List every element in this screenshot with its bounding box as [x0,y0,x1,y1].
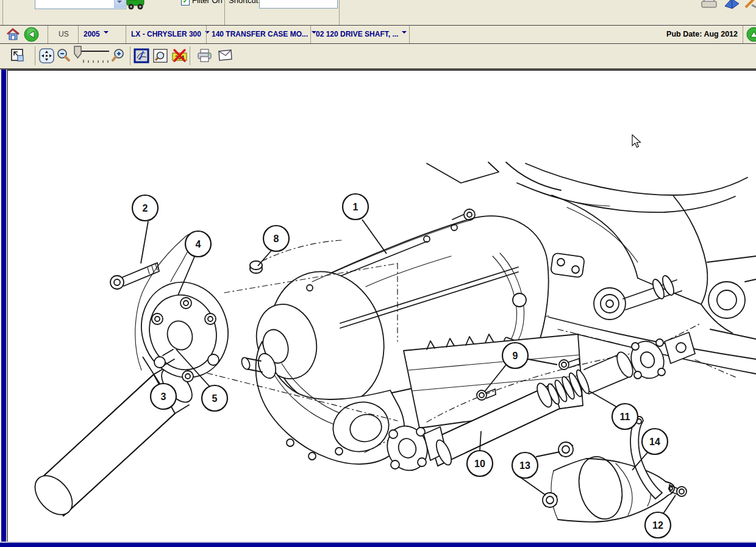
shortcut-field-frame [259,0,338,9]
chevron-down-icon [104,31,109,36]
image-magnifier-button[interactable] [152,48,169,64]
next-section-button[interactable] [746,27,756,42]
callout-8[interactable]: 8 [263,226,289,251]
callout-5[interactable]: 5 [202,385,227,411]
divider [35,46,35,65]
fit-to-window-button[interactable] [10,48,26,64]
svg-text:10: 10 [474,459,485,469]
viewer-toolbar: 234 [0,44,756,70]
combobox-dropdown-button[interactable] [114,0,125,8]
group-dropdown[interactable]: 140 TRANSFER CASE MO... [206,26,311,43]
hide-callouts-button[interactable]: 234 [171,48,188,64]
zoom-slider[interactable] [73,45,112,66]
book-icon[interactable] [723,0,741,10]
pub-date-label: Pub Date: Aug 2012 [616,26,738,43]
callout-13[interactable]: 13 [512,452,538,478]
divider [190,46,190,65]
region-label: US [59,26,69,43]
image-hotspots-button[interactable] [134,48,150,64]
mouse-cursor [632,134,643,149]
svg-text:13: 13 [519,460,530,471]
callout-10[interactable]: 10 [467,451,493,476]
callout-9[interactable]: 9 [502,343,528,368]
vehicle-icon[interactable] [125,0,147,13]
callout-3[interactable]: 3 [151,384,176,409]
zoom-in-button[interactable] [111,48,126,64]
divider [743,26,743,43]
parts-catalog-window: ✓ Filter On Shortcut: [0,0,756,547]
chevron-down-icon [402,31,407,36]
section-divider [339,0,340,25]
year-dropdown[interactable]: 2005 [78,26,126,43]
callout-13-leader [521,477,546,495]
top-toolbar: ✓ Filter On Shortcut: [0,0,756,26]
svg-text:1: 1 [353,202,358,212]
callout-11-leader [589,391,616,407]
svg-text:5: 5 [212,393,218,404]
panel-edge [2,0,3,25]
shortcut-input[interactable] [260,0,337,7]
tool-icon[interactable] [744,0,756,10]
svg-text:3: 3 [161,391,166,402]
divider [48,26,48,43]
callout-12[interactable]: 12 [645,512,671,538]
callout-11[interactable]: 11 [612,404,638,429]
year-dropdown-label: 2005 [84,30,100,38]
callout-14[interactable]: 14 [642,429,668,454]
divider [130,46,130,65]
svg-text:2: 2 [143,203,148,213]
email-button[interactable] [217,48,234,64]
print-button[interactable] [196,48,213,64]
callout-2-leader [141,221,148,263]
left-accent-bar [1,70,6,542]
callout-1-leader [362,220,387,254]
zoom-out-button[interactable] [56,48,71,64]
print-icon[interactable] [701,0,719,10]
home-button[interactable] [6,28,20,41]
model-dropdown[interactable]: LX - CHRYSLER 300 [126,26,207,43]
group-dropdown-label: 140 TRANSFER CASE MO... [212,30,308,38]
bottom-accent-bar [0,542,756,547]
search-input[interactable] [36,0,115,8]
zoom-slider-thumb [74,46,81,58]
svg-text:4: 4 [196,239,201,249]
pan-button[interactable] [38,48,55,64]
section-divider [224,0,225,25]
callout-13-leader [536,452,560,457]
svg-text:9: 9 [513,351,518,361]
figure-dropdown-label: 02 120 DRIVE SHAFT, ... [316,30,398,38]
svg-text:8: 8 [274,234,279,244]
svg-text:14: 14 [649,437,660,447]
shortcut-label: Shortcut: [229,0,260,5]
callout-8-leader [258,251,271,266]
filter-on-label: Filter On [192,0,223,5]
callout-4[interactable]: 4 [185,231,211,257]
figure-dropdown[interactable]: 02 120 DRIVE SHAFT, ... [310,26,410,43]
parts-diagram: 12345891011121314 [8,71,756,541]
back-button[interactable] [24,27,39,42]
callout-1[interactable]: 1 [343,194,368,220]
search-combobox[interactable] [35,0,126,9]
svg-text:12: 12 [652,520,663,531]
breadcrumb-bar: US 2005 LX - CHRYSLER 300 140 TRANSFER C… [0,26,756,44]
model-dropdown-label: LX - CHRYSLER 300 [131,30,201,38]
callout-2[interactable]: 2 [132,195,158,221]
svg-text:11: 11 [620,412,630,422]
filter-on-checkbox[interactable]: ✓ [181,0,190,5]
